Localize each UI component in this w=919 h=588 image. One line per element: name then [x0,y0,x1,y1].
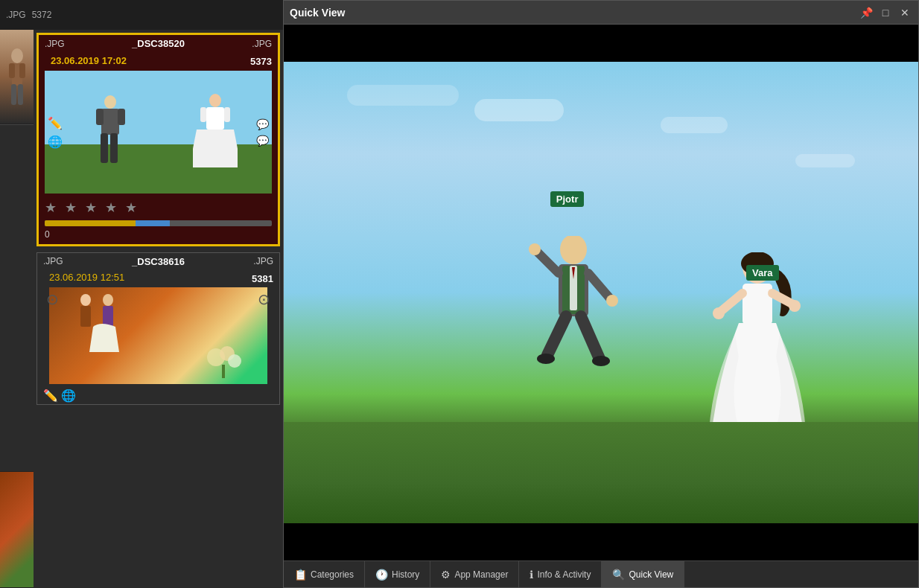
qv-window-controls: 📌 □ ✕ [859,5,912,20]
svg-line-40 [720,293,742,312]
card1-thumbnail[interactable]: ✏️ 🌐 💬 💬 [45,71,272,194]
main-column: .JPG _DSC38520 .JPG 23.06.2019 17:02 537… [34,30,283,588]
svg-rect-8 [96,109,104,125]
svg-rect-10 [101,133,108,163]
svg-point-16 [80,294,91,306]
cloud-2 [661,117,728,133]
tab-categories[interactable]: 📋 Categories [284,561,365,587]
groom-figure-small [90,95,131,169]
tab-info-activity[interactable]: ℹ Info & Activity [519,561,602,587]
tab-quick-view[interactable]: 🔍 Quick View [602,561,684,587]
svg-rect-17 [80,306,91,327]
top-strip: .JPG 5372 [0,0,283,30]
card2-thumbnail[interactable] [49,287,267,384]
vara-label: Vara [746,265,778,281]
tab-info-activity-label: Info & Activity [537,569,591,580]
card1-header: .JPG _DSC38520 .JPG [39,35,278,52]
card2-thumb-container: ⊙ ⊙ [43,287,273,384]
svg-line-27 [536,251,559,273]
card1-number-right: 5373 [250,56,272,67]
card1-left-icons: ✏️ 🌐 [48,116,63,149]
svg-point-43 [789,300,801,312]
svg-rect-14 [200,107,206,122]
card2-edit-icon: ✏️ [43,389,58,403]
svg-point-18 [103,294,113,306]
bride-figure-small [193,93,238,175]
quick-view-title: Quick View [290,7,345,19]
flowers-small [201,342,246,380]
tab-quick-view-label: Quick View [629,569,673,580]
svg-point-34 [592,356,610,366]
card1-ext-right: .JPG [252,39,272,49]
card2-fp-left: ⊙ [46,290,59,308]
quick-view-icon: 🔍 [612,569,625,581]
left-thumb-3[interactable] [0,472,34,588]
svg-rect-39 [742,284,772,325]
left-column [0,30,34,588]
top-ext-label: .JPG [6,10,26,20]
maximize-button[interactable]: □ [878,5,893,20]
svg-rect-2 [9,63,15,78]
svg-point-30 [606,295,618,307]
cloud-3 [347,85,459,106]
svg-point-12 [209,94,221,107]
top-number-label: 5372 [32,10,52,20]
main-photo-area: Pjotr Vara [284,62,918,523]
svg-point-6 [104,95,116,109]
main-wedding-photo: Pjotr Vara [284,62,918,523]
left-thumb-1[interactable] [0,30,34,124]
card1-filename: _DSC38520 [132,38,185,49]
app-manager-icon: ⚙ [441,569,451,581]
svg-point-42 [713,307,725,319]
photo-card-1[interactable]: .JPG _DSC38520 .JPG 23.06.2019 17:02 537… [36,33,280,246]
card1-stars: ★ ★ ★ ★ ★ [39,196,278,219]
card2-number-right: 5381 [252,273,273,284]
card1-number-bottom: 0 [39,228,278,244]
card2-icons: ✏️ 🌐 [37,387,279,404]
cloud-4 [795,154,855,167]
close-button[interactable]: ✕ [897,5,912,20]
person-silhouette-1 [6,47,28,106]
person-group-small [71,293,130,374]
grass-ground [284,422,918,523]
svg-rect-5 [18,84,23,105]
svg-point-29 [529,243,541,255]
card1-ext-left: .JPG [45,39,65,49]
black-bar-bottom [284,523,918,560]
card2-globe-icon: 🌐 [61,389,76,403]
tab-history[interactable]: 🕐 History [365,561,430,587]
left-thumb-2[interactable] [0,124,34,473]
bottom-tabs-bar: 📋 Categories 🕐 History ⚙ App Manager ℹ I… [284,560,918,587]
card2-ext-right: .JPG [253,256,273,267]
card1-datetime-row: 23.06.2019 17:02 5373 [39,52,278,71]
card2-datetime: 23.06.2019 12:51 [43,272,130,286]
card2-ext-left: .JPG [43,256,63,267]
photo-card-2[interactable]: .JPG _DSC38616 .JPG 23.06.2019 12:51 538… [36,252,280,405]
svg-rect-9 [118,109,125,125]
svg-rect-7 [101,109,119,135]
progress-yellow [45,220,136,226]
card1-datetime: 23.06.2019 17:02 [45,54,133,69]
svg-point-22 [228,354,241,368]
info-activity-icon: ℹ [530,569,533,581]
tab-history-label: History [392,569,419,580]
card2-header: .JPG _DSC38616 .JPG [37,253,279,270]
left-panel: .JPG 5372 [0,0,283,588]
pjotr-label: Pjotr [550,191,585,207]
svg-rect-23 [222,365,225,378]
svg-rect-19 [103,306,113,327]
tab-app-manager[interactable]: ⚙ App Manager [430,561,519,587]
svg-rect-3 [19,63,25,78]
card1-right-icons: 💬 💬 [256,118,269,147]
cloud-1 [474,99,564,121]
svg-point-0 [11,48,23,63]
quick-view-panel: Quick View 📌 □ ✕ [283,0,919,588]
svg-line-28 [588,273,611,299]
groom-figure-main [525,236,622,422]
tab-categories-label: Categories [311,569,354,580]
history-icon: 🕐 [375,569,388,581]
wedding-scene-small [45,71,272,194]
tab-app-manager-label: App Manager [454,569,508,580]
pin-button[interactable]: 📌 [859,5,874,20]
svg-rect-4 [11,84,16,105]
